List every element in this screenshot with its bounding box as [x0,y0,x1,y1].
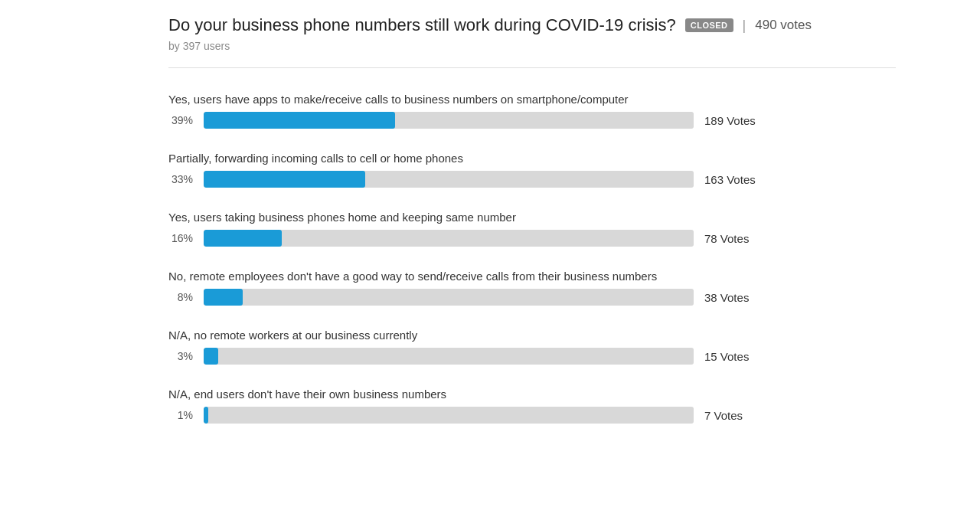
option-label-1: Yes, users have apps to make/receive cal… [168,91,896,107]
percent-label-3: 16% [168,232,193,244]
bar-track-4 [204,289,694,306]
option-label-3: Yes, users taking business phones home a… [168,209,896,225]
closed-badge: CLOSED [685,18,733,32]
bar-track-2 [204,171,694,188]
bar-fill-6 [204,407,208,424]
option-label-5: N/A, no remote workers at our business c… [168,327,896,343]
divider: | [743,18,746,34]
option-label-6: N/A, end users don't have their own busi… [168,386,896,402]
total-votes: 490 votes [755,18,812,33]
poll-options: Yes, users have apps to make/receive cal… [168,91,896,424]
poll-header: Do your business phone numbers still wor… [168,15,896,52]
bar-row-1: 39%189 Votes [168,112,896,129]
votes-label-5: 15 Votes [704,350,773,363]
poll-title: Do your business phone numbers still wor… [168,15,676,35]
bar-track-5 [204,348,694,365]
option-label-4: No, remote employees don't have a good w… [168,268,896,284]
percent-label-2: 33% [168,173,193,185]
bar-track-1 [204,112,694,129]
bar-fill-1 [204,112,395,129]
percent-label-5: 3% [168,350,193,362]
bar-row-6: 1%7 Votes [168,407,896,424]
bar-track-3 [204,230,694,247]
poll-option-6: N/A, end users don't have their own busi… [168,386,896,424]
option-label-2: Partially, forwarding incoming calls to … [168,150,896,166]
bar-track-6 [204,407,694,424]
bar-row-3: 16%78 Votes [168,230,896,247]
percent-label-6: 1% [168,409,193,421]
percent-label-1: 39% [168,114,193,126]
poll-option-4: No, remote employees don't have a good w… [168,268,896,306]
by-users: by 397 users [168,40,896,52]
votes-label-1: 189 Votes [704,114,773,127]
bar-fill-4 [204,289,243,306]
votes-label-3: 78 Votes [704,232,773,245]
votes-label-2: 163 Votes [704,173,773,186]
bar-row-4: 8%38 Votes [168,289,896,306]
bar-fill-5 [204,348,218,365]
percent-label-4: 8% [168,291,193,303]
separator [168,67,896,68]
bar-fill-2 [204,171,365,188]
bar-row-2: 33%163 Votes [168,171,896,188]
votes-label-4: 38 Votes [704,291,773,304]
poll-option-5: N/A, no remote workers at our business c… [168,327,896,365]
bar-fill-3 [204,230,282,247]
poll-option-1: Yes, users have apps to make/receive cal… [168,91,896,129]
bar-row-5: 3%15 Votes [168,348,896,365]
poll-option-2: Partially, forwarding incoming calls to … [168,150,896,188]
votes-label-6: 7 Votes [704,409,773,422]
poll-option-3: Yes, users taking business phones home a… [168,209,896,247]
